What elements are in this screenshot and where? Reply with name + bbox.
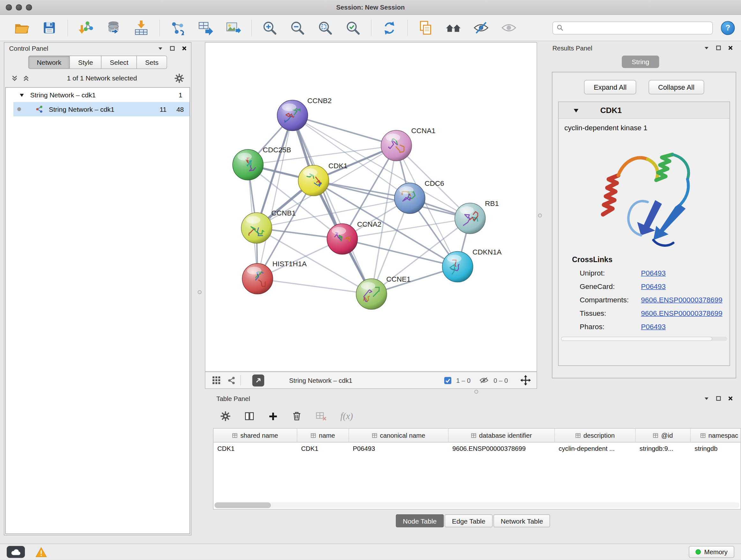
refresh-button[interactable] <box>375 17 403 38</box>
crosslink-link[interactable]: P06493 <box>641 322 666 330</box>
network-node-ccnb2[interactable]: CCNB2 <box>277 97 332 131</box>
close-panel-icon[interactable] <box>728 45 733 51</box>
results-horizontal-scrollbar[interactable] <box>561 337 727 341</box>
help-button[interactable]: ? <box>721 21 735 35</box>
collapse-all-button[interactable]: Collapse All <box>649 80 704 95</box>
minimize-window-icon[interactable] <box>16 4 22 10</box>
network-collection-row[interactable]: String Network – cdk1 1 <box>6 88 190 102</box>
network-node-ccne1[interactable]: CCNE1 <box>356 275 411 309</box>
table-cell[interactable]: cyclin-dependent ... <box>555 442 636 455</box>
collapse-all-icon[interactable] <box>11 74 18 82</box>
table-cell[interactable]: CDK1 <box>297 442 349 455</box>
tab-edge-table[interactable]: Edge Table <box>445 514 493 527</box>
network-edge[interactable] <box>293 116 397 146</box>
collapse-triangle-icon[interactable] <box>573 107 580 113</box>
import-network-from-database-button[interactable] <box>99 17 127 38</box>
tab-select[interactable]: Select <box>102 56 137 69</box>
tab-node-table[interactable]: Node Table <box>396 514 444 527</box>
hidden-eye-slash-icon[interactable] <box>479 376 488 384</box>
grid-view-icon[interactable] <box>212 376 221 385</box>
move-crosshair-icon[interactable] <box>521 375 531 386</box>
new-network-button[interactable] <box>164 17 192 38</box>
column-header[interactable]: @id <box>636 429 691 442</box>
network-canvas[interactable]: CCNB2CCNA1CDC25BCDK1CDC6RB1CCNB1CCNA2CDK… <box>205 42 537 372</box>
tab-style[interactable]: Style <box>70 56 102 69</box>
close-window-icon[interactable] <box>6 4 12 10</box>
expand-all-button[interactable]: Expand All <box>584 80 636 95</box>
show-panel-button[interactable] <box>495 17 523 38</box>
table-cell[interactable]: stringdb:9... <box>636 442 691 455</box>
open-session-button[interactable] <box>8 17 36 38</box>
network-node-rb1[interactable]: RB1 <box>455 199 499 234</box>
birdseye-view-button[interactable] <box>253 374 265 386</box>
right-splitter-handle[interactable] <box>538 213 542 217</box>
table-cell[interactable]: 9606.ENSP00000378699 <box>449 442 555 455</box>
zoom-in-button[interactable] <box>256 17 283 38</box>
protein-card-header[interactable]: CDK1 <box>559 102 730 119</box>
column-header[interactable]: name <box>297 429 349 442</box>
column-header[interactable]: canonical name <box>349 429 449 442</box>
table-cell[interactable]: stringdb <box>691 442 741 455</box>
panel-menu-icon[interactable] <box>704 45 710 51</box>
save-session-button[interactable] <box>36 17 63 38</box>
zoom-fit-button[interactable] <box>311 17 339 38</box>
crosslink-link[interactable]: 9606.ENSP00000378699 <box>641 295 723 304</box>
network-edge[interactable] <box>258 279 372 294</box>
crosslink-link[interactable]: P06493 <box>641 282 666 290</box>
import-table-from-file-button[interactable] <box>127 17 155 38</box>
tab-string[interactable]: String <box>622 56 659 68</box>
panel-menu-icon[interactable] <box>158 46 163 51</box>
network-row[interactable]: String Network – cdk1 11 48 <box>13 102 190 117</box>
column-header[interactable]: shared name <box>213 429 297 442</box>
delete-trash-icon[interactable] <box>292 411 302 422</box>
memory-button[interactable]: Memory <box>689 546 734 558</box>
float-panel-icon[interactable] <box>716 395 722 401</box>
function-builder-icon[interactable]: f(x) <box>340 411 353 422</box>
close-panel-icon[interactable] <box>728 395 733 401</box>
column-header[interactable]: database identifier <box>449 429 555 442</box>
zoom-window-icon[interactable] <box>26 4 32 10</box>
panel-menu-icon[interactable] <box>704 395 710 401</box>
add-icon[interactable] <box>268 411 278 422</box>
disclosure-triangle-icon[interactable] <box>19 92 24 98</box>
scrollbar-thumb[interactable] <box>214 503 271 508</box>
cloud-button[interactable] <box>7 546 25 558</box>
column-header[interactable]: description <box>555 429 636 442</box>
table-row[interactable]: CDK1CDK1P064939606.ENSP00000378699cyclin… <box>213 442 741 455</box>
search-input[interactable] <box>566 23 709 32</box>
network-node-ccna1[interactable]: CCNA1 <box>381 127 435 161</box>
bottom-splitter-handle[interactable] <box>475 390 478 394</box>
table-settings-gear-icon[interactable] <box>220 411 231 422</box>
import-network-from-file-button[interactable] <box>72 17 99 38</box>
overview-button[interactable] <box>440 17 467 38</box>
export-image-button[interactable] <box>219 17 247 38</box>
tab-network-table[interactable]: Network Table <box>493 514 550 527</box>
float-panel-icon[interactable] <box>716 45 722 51</box>
expand-all-icon[interactable] <box>23 74 30 82</box>
show-columns-icon[interactable] <box>244 411 255 422</box>
selected-checkbox-icon[interactable] <box>444 377 452 384</box>
close-panel-icon[interactable] <box>182 46 187 51</box>
warning-icon[interactable] <box>36 547 47 557</box>
column-header[interactable]: namespac <box>691 429 741 442</box>
table-cell[interactable]: P06493 <box>349 442 449 455</box>
toolbar-search[interactable] <box>552 21 713 35</box>
network-node-cdc6[interactable]: CDC6 <box>394 179 444 213</box>
network-node-cdkn1a[interactable]: CDKN1A <box>442 248 502 282</box>
network-node-ccna2[interactable]: CCNA2 <box>327 220 382 254</box>
network-node-hist1h1a[interactable]: HIST1H1A <box>242 260 307 294</box>
network-edge[interactable] <box>258 116 293 279</box>
tab-network[interactable]: Network <box>28 56 70 69</box>
network-graph[interactable]: CCNB2CCNA1CDC25BCDK1CDC6RB1CCNB1CCNA2CDK… <box>205 43 537 371</box>
left-splitter-handle[interactable] <box>198 290 202 294</box>
delete-table-icon[interactable] <box>316 411 327 422</box>
float-panel-icon[interactable] <box>170 46 175 51</box>
copy-button[interactable] <box>412 17 440 38</box>
zoom-out-button[interactable] <box>283 17 311 38</box>
gear-icon[interactable] <box>174 73 185 83</box>
table-cell[interactable]: CDK1 <box>213 442 297 455</box>
new-network-from-selection-button[interactable] <box>192 17 219 38</box>
crosslink-link[interactable]: 9606.ENSP00000378699 <box>641 309 723 317</box>
tab-sets[interactable]: Sets <box>137 56 167 69</box>
table-horizontal-scrollbar[interactable] <box>214 503 740 508</box>
